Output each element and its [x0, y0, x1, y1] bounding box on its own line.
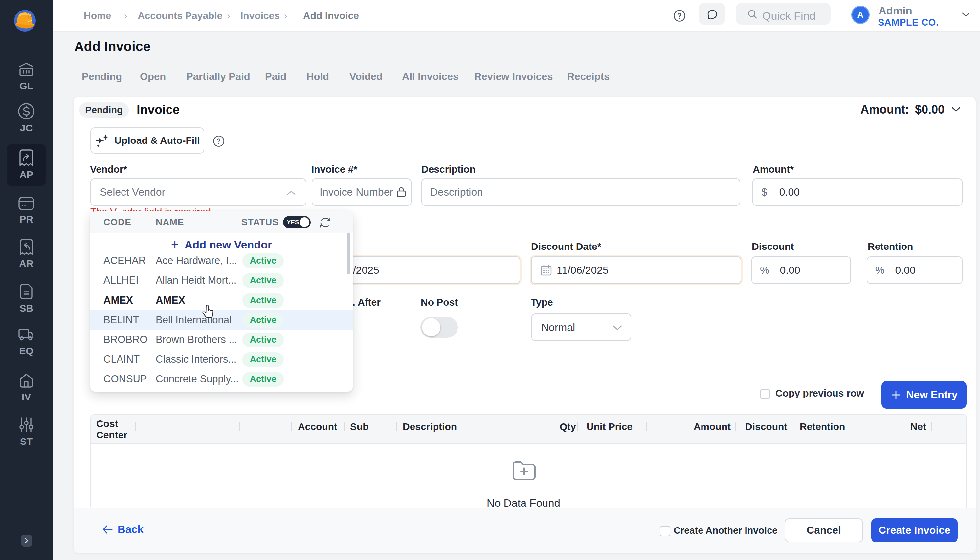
svg-text:GP: GP	[27, 19, 32, 22]
